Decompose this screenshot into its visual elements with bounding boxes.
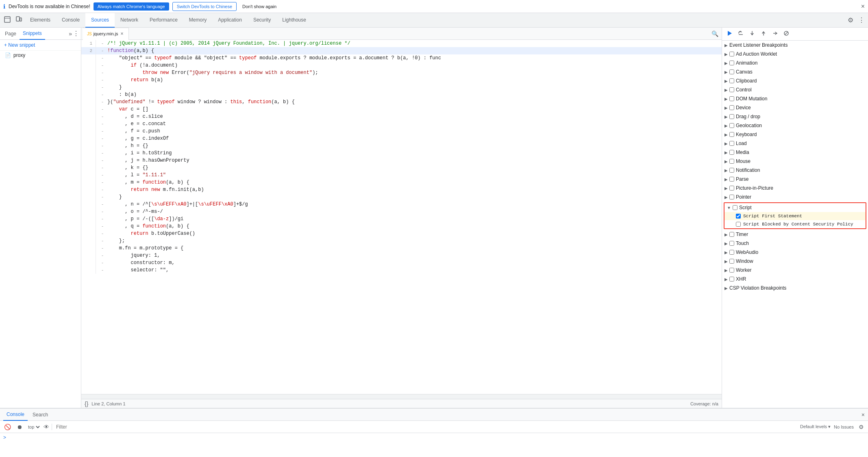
tab-lighthouse[interactable]: Lighthouse [276,13,312,28]
step-into-button[interactable] [747,29,757,39]
bp-checkbox-control[interactable] [729,87,734,92]
bp-section-header-animation[interactable]: ▶ Animation [722,58,868,67]
tab-sources[interactable]: Sources [85,13,115,28]
close-console-button[interactable]: × [861,412,865,418]
sidebar-item-proxy[interactable]: 📄 proxy [0,51,81,60]
settings-button[interactable]: ⚙ [846,15,855,26]
bp-checkbox-parse[interactable] [729,177,734,182]
tab-memory[interactable]: Memory [183,13,212,28]
sidebar-tab-page[interactable]: Page [2,28,20,40]
step-out-button[interactable] [759,29,768,39]
bp-checkbox-worker[interactable] [729,268,734,273]
log-levels-button[interactable]: Default levels ▾ [800,424,831,429]
console-tab-search[interactable]: Search [29,409,51,421]
step-button[interactable] [770,29,780,39]
bp-section-header-webaudio[interactable]: ▶ WebAudio [722,248,868,257]
bp-section-header-keyboard[interactable]: ▶ Keyboard [722,130,868,139]
bp-section-header-drag-drop[interactable]: ▶ Drag / drop [722,112,868,121]
close-notification-button[interactable]: × [861,3,865,10]
console-context-select[interactable]: top [26,424,41,430]
bp-section-header-csp[interactable]: ▶ CSP Violation Breakpoints [722,284,868,292]
bp-checkbox-ad-auction[interactable] [729,52,734,56]
bp-section-header-touch[interactable]: ▶ Touch [722,239,868,248]
bp-checkbox-dom-mutation[interactable] [729,96,734,101]
match-language-button[interactable]: Always match Chrome's language [94,2,169,11]
bp-section-header-pip[interactable]: ▶ Picture-in-Picture [722,184,868,193]
bp-section-header-pointer[interactable]: ▶ Pointer [722,193,868,201]
bp-checkbox-touch[interactable] [729,241,734,246]
bp-section-header-window[interactable]: ▶ Window [722,257,868,266]
bp-checkbox-clipboard[interactable] [729,78,734,83]
tab-application[interactable]: Application [212,13,248,28]
console-filter-input[interactable] [54,423,798,431]
bp-checkbox-script-first-statement[interactable] [736,214,741,219]
bp-item-script-csp[interactable]: Script Blocked by Content Security Polic… [724,220,866,228]
bp-section-header-device[interactable]: ▶ Device [722,103,868,112]
tab-security[interactable]: Security [248,13,276,28]
device-toggle-button[interactable] [13,15,24,26]
bp-checkbox-animation[interactable] [729,61,734,65]
sidebar-menu-button[interactable]: ⋮ [73,30,79,37]
bp-section-header-load[interactable]: ▶ Load [722,139,868,148]
bp-checkbox-media[interactable] [729,150,734,155]
sidebar-tab-snippets[interactable]: Snippets [20,28,45,40]
bp-section-header-media[interactable]: ▶ Media [722,148,868,157]
console-record-button[interactable]: ⏺ [15,423,24,431]
bp-checkbox-timer[interactable] [729,232,734,237]
step-over-button[interactable] [736,29,746,39]
code-editor[interactable]: 1 - /*! jQuery v1.11.1 | (c) 2005, 2014 … [81,40,722,394]
bp-checkbox-mouse[interactable] [729,159,734,164]
switch-language-button[interactable]: Switch DevTools to Chinese [172,2,237,11]
bp-section-header-script[interactable]: ▼ Script [724,203,866,212]
tab-elements[interactable]: Elements [24,13,56,28]
bp-section-header-canvas[interactable]: ▶ Canvas [722,67,868,76]
bp-section-header-notification[interactable]: ▶ Notification [722,166,868,175]
console-input[interactable] [8,435,865,440]
bp-checkbox-script[interactable] [733,205,737,210]
bp-section-header-control[interactable]: ▶ Control [722,85,868,94]
clear-console-button[interactable]: 🚫 [2,423,13,431]
inspect-element-button[interactable] [2,15,13,26]
bp-section-header-geolocation[interactable]: ▶ Geolocation [722,121,868,130]
bp-checkbox-notification[interactable] [729,168,734,173]
bp-section-header-ad-auction[interactable]: ▶ Ad Auction Worklet [722,50,868,58]
deactivate-breakpoints-button[interactable] [781,29,791,39]
editor-tab-jquery[interactable]: JS jquery.min.js × [83,28,129,40]
more-tools-button[interactable]: ⋮ [857,15,866,26]
bp-checkbox-load[interactable] [729,141,734,146]
bp-checkbox-canvas[interactable] [729,69,734,74]
bp-section-header-mouse[interactable]: ▶ Mouse [722,157,868,166]
bp-checkbox-window[interactable] [729,259,734,264]
tab-console[interactable]: Console [56,13,85,28]
bp-checkbox-geolocation[interactable] [729,123,734,128]
bp-checkbox-script-csp[interactable] [736,222,741,227]
bp-checkbox-drag-drop[interactable] [729,114,734,119]
bp-section-header-event-listener[interactable]: ▶ Event Listener Breakpoints [722,41,868,50]
bp-checkbox-device[interactable] [729,105,734,110]
bp-checkbox-pip[interactable] [729,186,734,191]
tab-performance[interactable]: Performance [144,13,183,28]
console-eye-button[interactable]: 👁 [44,424,49,430]
bp-section-header-timer[interactable]: ▶ Timer [722,230,868,239]
bp-section-header-dom-mutation[interactable]: ▶ DOM Mutation [722,94,868,103]
bp-section-header-worker[interactable]: ▶ Worker [722,266,868,275]
editor-tab-close-button[interactable]: × [120,31,124,37]
line-number-24 [81,208,96,215]
bp-checkbox-webaudio[interactable] [729,250,734,255]
new-snippet-button[interactable]: + New snippet [0,40,81,51]
bp-section-header-parse[interactable]: ▶ Parse [722,175,868,184]
bp-checkbox-keyboard[interactable] [729,132,734,137]
sidebar-tab-more-button[interactable]: » [69,30,72,37]
tab-network[interactable]: Network [115,13,144,28]
bp-item-script-first-statement[interactable]: Script First Statement [724,212,866,220]
bp-section-header-xhr[interactable]: ▶ XHR [722,275,868,284]
console-tab-console[interactable]: Console [3,409,28,421]
bp-checkbox-pointer[interactable] [729,195,734,199]
code-horizontal-scrollbar[interactable] [81,394,722,399]
dismiss-button[interactable]: Don't show again [240,2,279,11]
bp-section-header-clipboard[interactable]: ▶ Clipboard [722,76,868,85]
bp-checkbox-xhr[interactable] [729,277,734,282]
console-settings-button[interactable]: ⚙ [857,423,866,431]
resume-button[interactable] [724,29,734,39]
editor-search-button[interactable]: 🔍 [710,29,720,39]
